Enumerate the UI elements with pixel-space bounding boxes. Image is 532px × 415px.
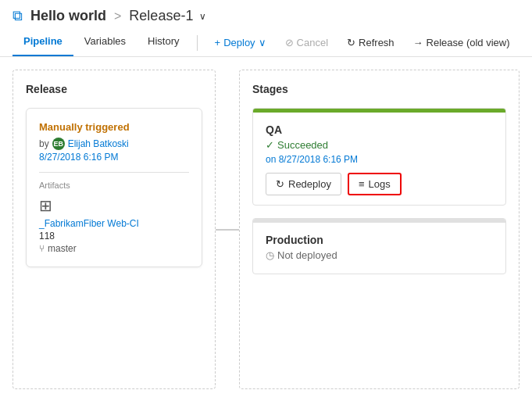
trigger-label: Manually triggered [39, 121, 189, 133]
trigger-time: 8/27/2018 6:16 PM [39, 152, 189, 163]
header: ⧉ Hello world > Release-1 ∨ [0, 0, 532, 29]
artifact-icon: ⊞ [39, 196, 189, 215]
tab-variables[interactable]: Variables [73, 29, 137, 56]
connector-line [216, 229, 239, 231]
redeploy-label: Redeploy [288, 178, 331, 190]
tab-history[interactable]: History [137, 29, 190, 56]
status-text-qa: Succeeded [277, 139, 328, 151]
stage-name-production: Production [266, 234, 493, 246]
cancel-button[interactable]: ⊘ Cancel [277, 32, 336, 53]
status-text-production: Not deployed [277, 249, 337, 261]
logs-button[interactable]: ≡ Logs [348, 173, 402, 195]
stage-body-production: Production ◷ Not deployed [253, 223, 505, 274]
card-divider [39, 172, 189, 173]
user-name: Elijah Batkoski [68, 138, 129, 149]
redeploy-button[interactable]: ↻ Redeploy [266, 173, 341, 195]
nav-divider [197, 35, 198, 51]
nav-tabs: Pipeline Variables History + Deploy ∨ ⊘ … [0, 29, 532, 57]
logs-icon: ≡ [359, 178, 365, 190]
stage-status-qa: ✓ Succeeded [266, 139, 493, 151]
clock-icon: ◷ [266, 249, 274, 261]
deploy-button[interactable]: + Deploy ∨ [207, 32, 274, 53]
refresh-icon: ↻ [347, 37, 355, 48]
old-view-label: Release (old view) [427, 37, 510, 48]
stage-status-production: ◷ Not deployed [266, 249, 493, 261]
branch-name: master [48, 243, 77, 254]
user-avatar: EB [52, 138, 65, 150]
old-view-button[interactable]: → Release (old view) [405, 32, 518, 53]
tab-pipeline[interactable]: Pipeline [12, 29, 73, 56]
artifact-branch: ⑂ master [39, 243, 189, 254]
breadcrumb-separator: > [114, 9, 121, 23]
stages-panel: Stages QA ✓ Succeeded on 8/27/2018 6:16 … [239, 70, 520, 389]
release-dropdown-arrow[interactable]: ∨ [199, 11, 206, 22]
deploy-dropdown-icon: ∨ [259, 37, 266, 48]
stage-actions-qa: ↻ Redeploy ≡ Logs [266, 173, 493, 195]
old-view-icon: → [413, 37, 423, 48]
release-name: Release-1 [129, 8, 193, 24]
logs-label: Logs [369, 178, 391, 190]
nav-actions: + Deploy ∨ ⊘ Cancel ↻ Refresh → Release … [207, 32, 518, 53]
cancel-icon: ⊘ [285, 37, 294, 48]
stage-time-qa: on 8/27/2018 6:16 PM [266, 154, 493, 165]
release-panel: Release Manually triggered by EB Elijah … [12, 70, 216, 389]
stage-body-qa: QA ✓ Succeeded on 8/27/2018 6:16 PM ↻ Re… [253, 113, 505, 205]
deploy-plus-icon: + [215, 37, 221, 48]
deploy-label: Deploy [223, 37, 255, 48]
stage-name-qa: QA [266, 123, 493, 136]
connector [216, 70, 239, 389]
refresh-label: Refresh [359, 37, 395, 48]
main-content: Release Manually triggered by EB Elijah … [0, 57, 532, 402]
by-text: by [39, 138, 49, 149]
stage-card-production: Production ◷ Not deployed [252, 218, 506, 274]
refresh-button[interactable]: ↻ Refresh [339, 32, 402, 53]
check-icon: ✓ [266, 139, 274, 151]
artifact-build: 118 [39, 231, 189, 241]
artifacts-label: Artifacts [39, 181, 189, 190]
release-card: Manually triggered by EB Elijah Batkoski… [26, 108, 202, 267]
branch-icon: ⑂ [39, 243, 45, 254]
cancel-label: Cancel [297, 37, 328, 48]
stage-card-qa: QA ✓ Succeeded on 8/27/2018 6:16 PM ↻ Re… [252, 108, 506, 206]
artifact-name: _FabrikamFiber Web-CI [39, 218, 189, 229]
redeploy-icon: ↻ [276, 178, 284, 190]
stages-panel-title: Stages [252, 83, 506, 95]
release-panel-title: Release [26, 83, 202, 95]
by-line: by EB Elijah Batkoski [39, 138, 189, 150]
app-icon: ⧉ [12, 8, 23, 24]
breadcrumb-title: Hello world [30, 8, 106, 24]
